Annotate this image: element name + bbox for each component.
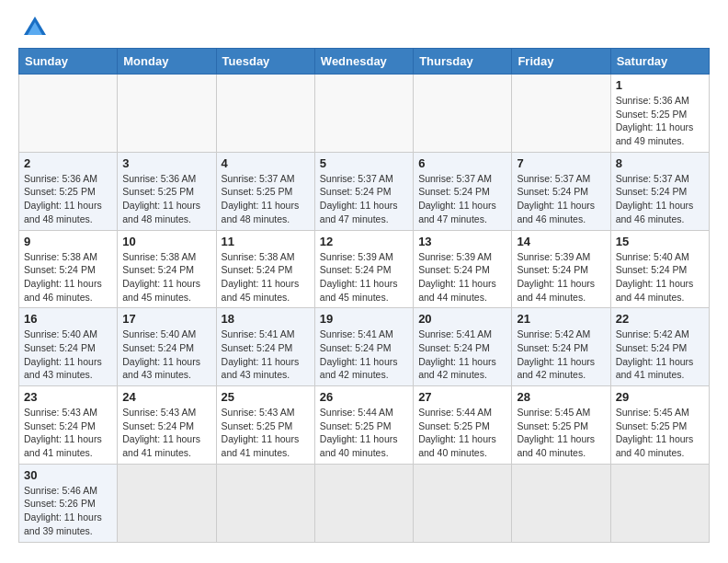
day-info: Sunrise: 5:41 AM Sunset: 5:24 PM Dayligh… bbox=[222, 327, 310, 382]
day-number: 28 bbox=[517, 390, 605, 404]
calendar-cell: 17Sunrise: 5:40 AM Sunset: 5:24 PM Dayli… bbox=[118, 308, 216, 386]
day-info: Sunrise: 5:37 AM Sunset: 5:24 PM Dayligh… bbox=[616, 172, 704, 226]
header bbox=[18, 15, 710, 40]
day-info: Sunrise: 5:41 AM Sunset: 5:24 PM Dayligh… bbox=[320, 327, 408, 382]
day-number: 20 bbox=[418, 312, 506, 326]
calendar-cell: 9Sunrise: 5:38 AM Sunset: 5:24 PM Daylig… bbox=[19, 230, 118, 308]
day-info: Sunrise: 5:46 AM Sunset: 5:26 PM Dayligh… bbox=[24, 484, 112, 538]
calendar-cell bbox=[610, 464, 709, 542]
calendar-week-row: 1Sunrise: 5:36 AM Sunset: 5:25 PM Daylig… bbox=[19, 75, 710, 153]
day-info: Sunrise: 5:45 AM Sunset: 5:25 PM Dayligh… bbox=[616, 406, 704, 460]
day-number: 29 bbox=[616, 390, 704, 404]
calendar-cell: 2Sunrise: 5:36 AM Sunset: 5:25 PM Daylig… bbox=[19, 152, 118, 230]
day-info: Sunrise: 5:37 AM Sunset: 5:25 PM Dayligh… bbox=[222, 172, 310, 226]
day-info: Sunrise: 5:38 AM Sunset: 5:24 PM Dayligh… bbox=[24, 250, 112, 304]
day-number: 30 bbox=[24, 468, 112, 482]
calendar-cell: 25Sunrise: 5:43 AM Sunset: 5:25 PM Dayli… bbox=[216, 386, 314, 465]
header-sunday: Sunday bbox=[19, 49, 118, 75]
header-friday: Friday bbox=[512, 49, 610, 75]
calendar-cell: 12Sunrise: 5:39 AM Sunset: 5:24 PM Dayli… bbox=[314, 230, 413, 308]
day-info: Sunrise: 5:38 AM Sunset: 5:24 PM Dayligh… bbox=[122, 250, 210, 304]
header-monday: Monday bbox=[118, 49, 216, 75]
calendar-cell: 29Sunrise: 5:45 AM Sunset: 5:25 PM Dayli… bbox=[610, 386, 709, 465]
logo bbox=[18, 15, 48, 40]
calendar-cell: 8Sunrise: 5:37 AM Sunset: 5:24 PM Daylig… bbox=[610, 152, 709, 230]
calendar-cell: 3Sunrise: 5:36 AM Sunset: 5:25 PM Daylig… bbox=[118, 152, 216, 230]
calendar-cell bbox=[118, 75, 216, 153]
day-info: Sunrise: 5:40 AM Sunset: 5:24 PM Dayligh… bbox=[24, 327, 112, 382]
day-info: Sunrise: 5:37 AM Sunset: 5:24 PM Dayligh… bbox=[320, 172, 408, 226]
calendar-cell: 7Sunrise: 5:37 AM Sunset: 5:24 PM Daylig… bbox=[512, 152, 610, 230]
day-info: Sunrise: 5:44 AM Sunset: 5:25 PM Dayligh… bbox=[418, 406, 506, 460]
calendar-cell: 19Sunrise: 5:41 AM Sunset: 5:24 PM Dayli… bbox=[314, 308, 413, 386]
calendar-cell bbox=[118, 464, 216, 542]
day-number: 6 bbox=[418, 156, 506, 170]
calendar-table: Sunday Monday Tuesday Wednesday Thursday… bbox=[18, 48, 710, 543]
day-info: Sunrise: 5:40 AM Sunset: 5:24 PM Dayligh… bbox=[616, 250, 704, 304]
header-saturday: Saturday bbox=[610, 49, 709, 75]
header-wednesday: Wednesday bbox=[314, 49, 413, 75]
day-number: 15 bbox=[616, 235, 704, 248]
day-number: 22 bbox=[616, 312, 704, 326]
day-info: Sunrise: 5:36 AM Sunset: 5:25 PM Dayligh… bbox=[616, 94, 704, 148]
calendar-cell: 6Sunrise: 5:37 AM Sunset: 5:24 PM Daylig… bbox=[414, 152, 512, 230]
calendar-cell: 10Sunrise: 5:38 AM Sunset: 5:24 PM Dayli… bbox=[118, 230, 216, 308]
day-number: 8 bbox=[616, 156, 704, 170]
day-number: 3 bbox=[122, 156, 210, 170]
header-tuesday: Tuesday bbox=[216, 49, 314, 75]
calendar-cell: 20Sunrise: 5:41 AM Sunset: 5:24 PM Dayli… bbox=[414, 308, 512, 386]
calendar-cell: 15Sunrise: 5:40 AM Sunset: 5:24 PM Dayli… bbox=[610, 230, 709, 308]
day-number: 21 bbox=[517, 312, 605, 326]
day-number: 23 bbox=[24, 390, 112, 404]
day-number: 17 bbox=[122, 312, 210, 326]
day-info: Sunrise: 5:36 AM Sunset: 5:25 PM Dayligh… bbox=[122, 172, 210, 226]
calendar-week-row: 9Sunrise: 5:38 AM Sunset: 5:24 PM Daylig… bbox=[19, 230, 710, 308]
calendar-cell bbox=[314, 75, 413, 153]
calendar-cell: 11Sunrise: 5:38 AM Sunset: 5:24 PM Dayli… bbox=[216, 230, 314, 308]
calendar-week-row: 23Sunrise: 5:43 AM Sunset: 5:24 PM Dayli… bbox=[19, 386, 710, 465]
calendar-cell: 30Sunrise: 5:46 AM Sunset: 5:26 PM Dayli… bbox=[19, 464, 118, 542]
calendar-cell: 4Sunrise: 5:37 AM Sunset: 5:25 PM Daylig… bbox=[216, 152, 314, 230]
calendar-week-row: 16Sunrise: 5:40 AM Sunset: 5:24 PM Dayli… bbox=[19, 308, 710, 386]
calendar-cell bbox=[216, 75, 314, 153]
calendar-cell bbox=[19, 75, 118, 153]
calendar-cell: 14Sunrise: 5:39 AM Sunset: 5:24 PM Dayli… bbox=[512, 230, 610, 308]
day-info: Sunrise: 5:43 AM Sunset: 5:24 PM Dayligh… bbox=[24, 406, 112, 460]
header-thursday: Thursday bbox=[414, 49, 512, 75]
day-info: Sunrise: 5:44 AM Sunset: 5:25 PM Dayligh… bbox=[320, 406, 408, 460]
day-number: 14 bbox=[517, 235, 605, 248]
day-number: 2 bbox=[24, 156, 112, 170]
day-info: Sunrise: 5:42 AM Sunset: 5:24 PM Dayligh… bbox=[616, 327, 704, 382]
calendar-cell bbox=[314, 464, 413, 542]
day-number: 11 bbox=[222, 235, 310, 248]
calendar-cell: 23Sunrise: 5:43 AM Sunset: 5:24 PM Dayli… bbox=[19, 386, 118, 465]
day-info: Sunrise: 5:37 AM Sunset: 5:24 PM Dayligh… bbox=[517, 172, 605, 226]
day-number: 12 bbox=[320, 235, 408, 248]
day-number: 10 bbox=[122, 235, 210, 248]
day-info: Sunrise: 5:45 AM Sunset: 5:25 PM Dayligh… bbox=[517, 406, 605, 460]
calendar-cell bbox=[512, 75, 610, 153]
day-info: Sunrise: 5:43 AM Sunset: 5:24 PM Dayligh… bbox=[122, 406, 210, 460]
day-info: Sunrise: 5:39 AM Sunset: 5:24 PM Dayligh… bbox=[517, 250, 605, 304]
day-info: Sunrise: 5:43 AM Sunset: 5:25 PM Dayligh… bbox=[222, 406, 310, 460]
day-number: 27 bbox=[418, 390, 506, 404]
day-number: 5 bbox=[320, 156, 408, 170]
calendar-cell: 21Sunrise: 5:42 AM Sunset: 5:24 PM Dayli… bbox=[512, 308, 610, 386]
day-number: 25 bbox=[222, 390, 310, 404]
calendar-cell: 1Sunrise: 5:36 AM Sunset: 5:25 PM Daylig… bbox=[610, 75, 709, 153]
calendar-cell: 13Sunrise: 5:39 AM Sunset: 5:24 PM Dayli… bbox=[414, 230, 512, 308]
calendar-cell: 22Sunrise: 5:42 AM Sunset: 5:24 PM Dayli… bbox=[610, 308, 709, 386]
calendar-cell: 24Sunrise: 5:43 AM Sunset: 5:24 PM Dayli… bbox=[118, 386, 216, 465]
day-info: Sunrise: 5:36 AM Sunset: 5:25 PM Dayligh… bbox=[24, 172, 112, 226]
day-info: Sunrise: 5:37 AM Sunset: 5:24 PM Dayligh… bbox=[418, 172, 506, 226]
page-container: Sunday Monday Tuesday Wednesday Thursday… bbox=[18, 15, 710, 543]
calendar-cell: 16Sunrise: 5:40 AM Sunset: 5:24 PM Dayli… bbox=[19, 308, 118, 386]
calendar-cell: 18Sunrise: 5:41 AM Sunset: 5:24 PM Dayli… bbox=[216, 308, 314, 386]
weekday-header-row: Sunday Monday Tuesday Wednesday Thursday… bbox=[19, 49, 710, 75]
day-number: 26 bbox=[320, 390, 408, 404]
calendar-week-row: 30Sunrise: 5:46 AM Sunset: 5:26 PM Dayli… bbox=[19, 464, 710, 542]
logo-area bbox=[18, 15, 48, 40]
calendar-cell bbox=[216, 464, 314, 542]
calendar-cell bbox=[414, 75, 512, 153]
day-number: 4 bbox=[222, 156, 310, 170]
